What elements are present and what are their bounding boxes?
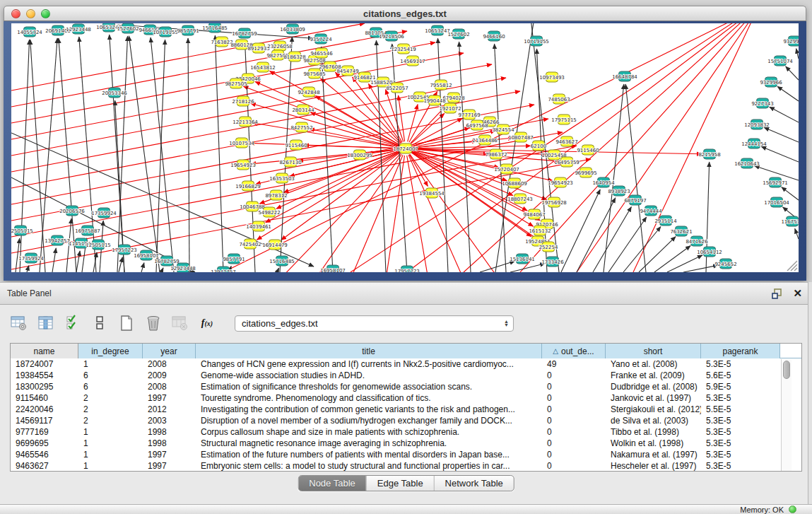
table-cell[interactable]: 2 bbox=[78, 415, 143, 426]
tab-node-table[interactable]: Node Table bbox=[298, 476, 367, 491]
table-cell[interactable]: 0 bbox=[542, 460, 606, 472]
window-titlebar[interactable]: citations_edges.txt bbox=[4, 6, 806, 21]
table-cell[interactable]: Nakamura et al. (1997) bbox=[606, 449, 701, 460]
network-node[interactable]: 12505115 bbox=[11, 226, 33, 235]
network-node[interactable]: 12325419 bbox=[391, 44, 416, 54]
column-header-out_de[interactable]: △out_de... bbox=[542, 344, 606, 358]
table-cell[interactable]: 2012 bbox=[143, 404, 196, 415]
network-node[interactable]: 6879197 bbox=[624, 195, 646, 205]
table-source-select[interactable]: citations_edges.txt ▲▼ bbox=[235, 315, 514, 332]
network-edge[interactable] bbox=[577, 198, 616, 272]
table-cell[interactable]: 6 bbox=[78, 370, 143, 381]
table-row[interactable]: 977716911998Corpus callosum shape and si… bbox=[11, 426, 801, 438]
network-node[interactable]: 9227343 bbox=[751, 98, 773, 108]
table-cell[interactable]: 0 bbox=[542, 381, 606, 392]
table-cell[interactable]: 2003 bbox=[143, 415, 196, 426]
create-column-button[interactable] bbox=[117, 314, 136, 332]
network-node[interactable]: 12213364 bbox=[233, 117, 258, 127]
network-edge[interactable] bbox=[151, 37, 174, 272]
table-scrollbar[interactable] bbox=[781, 359, 792, 472]
network-edge[interactable] bbox=[52, 248, 56, 272]
network-edge[interactable] bbox=[796, 49, 799, 59]
table-cell[interactable]: 5.3E-5 bbox=[701, 392, 780, 404]
table-cell[interactable]: 5.3E-5 bbox=[701, 438, 780, 449]
table-cell[interactable]: 2009 bbox=[143, 370, 196, 381]
network-edge[interactable] bbox=[351, 155, 403, 272]
network-node[interactable]: 9466160 bbox=[483, 31, 505, 41]
table-cell[interactable]: Corpus callosum shape and size in male p… bbox=[196, 426, 542, 438]
table-row[interactable]: 2242004622012Investigating the contribut… bbox=[11, 404, 801, 415]
network-node[interactable]: 16782759 bbox=[232, 28, 257, 38]
network-node[interactable]: 19654923 bbox=[230, 160, 256, 170]
network-node[interactable]: 9245652 bbox=[714, 259, 736, 269]
network-edge[interactable] bbox=[322, 47, 333, 272]
function-builder-button[interactable]: f(x) bbox=[198, 314, 216, 332]
tab-edge-table[interactable]: Edge Table bbox=[367, 476, 435, 491]
network-edge[interactable] bbox=[782, 187, 799, 200]
table-cell[interactable]: 19384554 bbox=[11, 370, 78, 381]
tab-network-table[interactable]: Network Table bbox=[435, 476, 514, 491]
network-node[interactable]: 8938923 bbox=[608, 186, 630, 196]
table-row[interactable]: 946362711997Embryonic stem cells: a mode… bbox=[11, 460, 801, 472]
table-cell[interactable]: 5.3E-5 bbox=[701, 449, 780, 460]
network-edge[interactable] bbox=[764, 127, 799, 142]
network-node[interactable]: 9329966 bbox=[760, 77, 782, 87]
show-columns-button[interactable] bbox=[37, 314, 55, 332]
network-edge[interactable] bbox=[277, 268, 279, 272]
network-node[interactable]: 10654112 bbox=[697, 247, 722, 257]
table-options-button[interactable] bbox=[10, 314, 28, 332]
table-row[interactable]: 1830029562008Estimation of significance … bbox=[11, 381, 801, 392]
network-node[interactable]: 17016504 bbox=[764, 197, 789, 207]
table-cell[interactable]: 0 bbox=[542, 449, 606, 460]
table-cell[interactable]: Stergiakouli et al. (2012) bbox=[606, 404, 701, 415]
network-node[interactable]: 15136141 bbox=[510, 254, 535, 264]
network-node[interactable]: 8471626 bbox=[686, 236, 708, 246]
network-node[interactable]: 12923448 bbox=[170, 263, 196, 272]
table-cell[interactable]: 9115460 bbox=[11, 392, 78, 404]
column-header-title[interactable]: title bbox=[196, 344, 542, 358]
table-cell[interactable]: 5.3E-5 bbox=[701, 460, 780, 472]
network-node[interactable]: 16033809 bbox=[280, 24, 305, 34]
table-cell[interactable]: 2 bbox=[78, 404, 143, 415]
network-edge[interactable] bbox=[770, 107, 799, 122]
network-node[interactable]: 16210643 bbox=[734, 158, 760, 168]
table-cell[interactable]: 9465546 bbox=[11, 449, 78, 460]
network-edge[interactable] bbox=[777, 86, 799, 101]
network-edge[interactable] bbox=[79, 37, 96, 272]
network-node[interactable]: 1167533 bbox=[781, 216, 799, 226]
network-edge[interactable] bbox=[413, 127, 470, 146]
network-node[interactable]: 19654923 bbox=[548, 177, 573, 187]
network-node[interactable]: 1640954 bbox=[592, 177, 615, 187]
network-edge[interactable] bbox=[407, 23, 743, 272]
network-node[interactable]: 7425402 bbox=[239, 239, 261, 249]
network-node[interactable]: 13942757 bbox=[45, 235, 70, 245]
network-node[interactable]: 16353503 bbox=[269, 173, 295, 183]
table-cell[interactable]: Tourette syndrome. Phenomenology and cla… bbox=[196, 392, 542, 404]
network-node[interactable]: 8215958 bbox=[698, 149, 720, 159]
network-node[interactable]: 9474444 bbox=[640, 206, 662, 216]
network-graph[interactable]: 1872400716543812224200469827505271812612… bbox=[11, 23, 799, 272]
table-cell[interactable]: Dudbridge et al. (2008) bbox=[606, 381, 701, 392]
network-node[interactable]: 10973493 bbox=[539, 72, 565, 82]
table-cell[interactable]: 9699695 bbox=[11, 438, 78, 449]
network-node[interactable]: 10807487 bbox=[508, 132, 534, 142]
network-node[interactable]: 14039461 bbox=[246, 221, 271, 231]
table-cell[interactable]: 1 bbox=[78, 438, 143, 449]
table-cell[interactable]: 49 bbox=[542, 358, 606, 370]
network-edge[interactable] bbox=[161, 268, 163, 272]
table-row[interactable]: 969969511998Structural magnetic resonanc… bbox=[11, 438, 801, 449]
network-edge[interactable] bbox=[654, 246, 690, 272]
network-edge[interactable] bbox=[119, 257, 122, 272]
network-node[interactable]: 7163822 bbox=[211, 37, 233, 47]
network-edge[interactable] bbox=[215, 35, 223, 272]
network-node[interactable]: 10107534 bbox=[229, 138, 254, 148]
network-node[interactable]: 16975887 bbox=[75, 226, 100, 235]
table-cell[interactable]: Jankovic et al. (1997) bbox=[606, 392, 701, 404]
table-cell[interactable]: Structural magnetic resonance image aver… bbox=[196, 438, 542, 449]
table-cell[interactable]: 22420046 bbox=[11, 404, 78, 415]
network-node[interactable]: 9463627 bbox=[555, 136, 577, 146]
table-cell[interactable]: 5.5E-5 bbox=[701, 404, 780, 415]
table-cell[interactable]: 0 bbox=[542, 392, 606, 404]
network-edge[interactable] bbox=[625, 84, 646, 272]
network-edge[interactable] bbox=[392, 44, 407, 272]
